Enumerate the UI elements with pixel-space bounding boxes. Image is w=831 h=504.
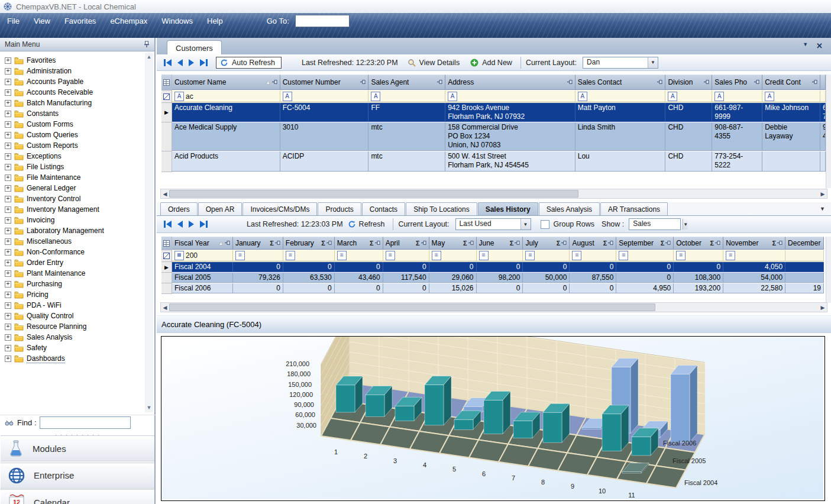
- sigma-icon[interactable]: Σ: [510, 240, 514, 247]
- expand-icon[interactable]: +: [5, 238, 11, 245]
- sigma-icon[interactable]: Σ: [321, 240, 325, 247]
- customers-hscrollbar[interactable]: ◀ ▶: [160, 189, 827, 199]
- hscroll2-right-icon[interactable]: ▶: [819, 305, 827, 311]
- pin-column-icon[interactable]: [754, 79, 759, 85]
- filter-cell-division[interactable]: A: [665, 91, 712, 102]
- tree-item-administration[interactable]: +Administration: [0, 66, 145, 76]
- column-header-sales-contact[interactable]: Sales Contact: [575, 75, 666, 90]
- filter-cell-credit-cont[interactable]: A: [762, 91, 820, 102]
- group-rows-checkbox[interactable]: [541, 220, 549, 229]
- goto-input[interactable]: [295, 15, 350, 27]
- column-header-august[interactable]: AugustΣ: [570, 237, 616, 250]
- expand-icon[interactable]: +: [5, 260, 11, 266]
- pin-column-icon[interactable]: [608, 240, 613, 245]
- expand-icon[interactable]: +: [5, 345, 11, 351]
- pin-column-icon[interactable]: [272, 79, 277, 85]
- column-header-cut[interactable]: [820, 75, 826, 90]
- expand-icon[interactable]: +: [5, 121, 11, 128]
- menu-echempax[interactable]: eChempax: [103, 14, 154, 28]
- tab-customers[interactable]: Customers: [167, 40, 222, 55]
- tree-item-general-ledger[interactable]: +General Ledger: [0, 183, 145, 193]
- expand-icon[interactable]: +: [5, 185, 11, 192]
- equals-filter-icon[interactable]: =: [432, 251, 441, 260]
- sigma-icon[interactable]: Σ: [463, 240, 467, 247]
- menu-help[interactable]: Help: [200, 14, 230, 28]
- tree-item-sales-analysis[interactable]: +Sales Analysis: [0, 332, 145, 343]
- column-header-june[interactable]: JuneΣ: [477, 237, 523, 250]
- pin-column-icon[interactable]: [360, 79, 366, 85]
- sales-corner-cell[interactable]: [161, 237, 172, 250]
- pin-column-icon[interactable]: [812, 79, 817, 85]
- text-filter-icon[interactable]: A: [283, 92, 292, 101]
- equals-filter-icon[interactable]: =: [572, 251, 581, 260]
- auto-refresh-button[interactable]: Auto Refresh: [216, 57, 282, 69]
- filter-cell-july[interactable]: =: [523, 250, 570, 261]
- tree-item-file-listings[interactable]: +File Listings: [0, 161, 145, 172]
- text-filter-icon[interactable]: A: [448, 92, 457, 101]
- expand-icon[interactable]: +: [5, 164, 11, 170]
- subtab-open-ar[interactable]: Open AR: [198, 202, 242, 215]
- subtab-ship-to-locations[interactable]: Ship To Locations: [406, 202, 477, 215]
- hscroll-right-icon[interactable]: ▶: [819, 191, 827, 197]
- show-combo[interactable]: Sales ▼: [629, 218, 681, 230]
- expand-icon[interactable]: +: [5, 175, 11, 181]
- column-header-april[interactable]: AprilΣ: [383, 237, 429, 250]
- column-header-may[interactable]: MayΣ: [429, 237, 477, 250]
- tree-item-inventory-management[interactable]: +Inventory Management: [0, 204, 145, 215]
- subtab-products[interactable]: Products: [318, 202, 361, 215]
- filter-indicator-cell[interactable]: [161, 91, 172, 103]
- hscroll-left-icon[interactable]: ◀: [161, 191, 169, 197]
- show-combo-arrow-icon[interactable]: ▼: [683, 219, 688, 230]
- hscroll-thumb[interactable]: [169, 190, 578, 198]
- filter-cell-customer-number[interactable]: A: [280, 91, 369, 102]
- scroll-down-icon[interactable]: ▼: [145, 403, 153, 412]
- expand-icon[interactable]: +: [5, 356, 11, 362]
- equals-filter-icon[interactable]: =: [386, 251, 395, 260]
- pin-column-icon[interactable]: [567, 79, 573, 85]
- subtab-sales-analysis[interactable]: Sales Analysis: [539, 202, 600, 215]
- text-filter-icon[interactable]: A: [668, 92, 677, 101]
- customers-corner-cell[interactable]: [161, 75, 172, 91]
- tree-item-batch-manufacturing[interactable]: +Batch Manufacturing: [0, 98, 145, 108]
- menu-file[interactable]: File: [0, 14, 27, 28]
- expand-icon[interactable]: +: [5, 324, 11, 330]
- row-indicator[interactable]: [161, 273, 172, 283]
- text-filter-icon[interactable]: A: [765, 92, 774, 101]
- menu-favorites[interactable]: Favorites: [57, 14, 103, 28]
- hscroll2-thumb[interactable]: [169, 303, 655, 311]
- filter-cell-sales-pho[interactable]: A: [712, 91, 762, 102]
- equals-filter-icon[interactable]: =: [619, 251, 628, 260]
- filter-cell-customer-name[interactable]: Aac: [172, 91, 280, 102]
- tree-item-invoicing[interactable]: +Invoicing: [0, 215, 145, 225]
- first-record-button-2[interactable]: [164, 221, 172, 228]
- equals-filter-icon[interactable]: =: [286, 251, 295, 260]
- tree-item-exceptions[interactable]: +Exceptions: [0, 151, 145, 161]
- column-header-address[interactable]: Address: [445, 75, 575, 90]
- column-header-december[interactable]: December: [785, 237, 824, 250]
- column-header-customer-number[interactable]: Customer Number: [280, 75, 369, 90]
- tree-item-laboratory-management[interactable]: +Laboratory Management: [0, 225, 145, 236]
- column-header-fiscal-year[interactable]: Fiscal Year▲: [172, 237, 233, 250]
- filter-cell-sales-contact[interactable]: A: [575, 91, 666, 102]
- layout-combo-arrow-icon[interactable]: ▼: [648, 57, 658, 68]
- expand-icon[interactable]: +: [5, 153, 11, 160]
- column-header-july[interactable]: JulyΣ: [523, 237, 570, 250]
- layout-combo[interactable]: Dan ▼: [583, 57, 658, 69]
- row-indicator[interactable]: [161, 283, 172, 294]
- refresh-button[interactable]: Refresh: [359, 220, 385, 228]
- filter-cell-february[interactable]: =: [283, 250, 335, 261]
- pin-column-icon[interactable]: [225, 240, 230, 245]
- equals-filter-icon[interactable]: =: [676, 251, 686, 260]
- expand-icon[interactable]: +: [5, 206, 11, 213]
- column-header-credit-cont[interactable]: Credit Cont: [762, 75, 820, 90]
- column-header-february[interactable]: FebruaryΣ: [283, 237, 335, 250]
- pin-column-icon[interactable]: [665, 240, 671, 245]
- pin-column-icon[interactable]: [468, 240, 474, 245]
- subtab-contacts[interactable]: Contacts: [362, 202, 405, 215]
- tree-item-dashboards[interactable]: +Dashboards: [0, 353, 145, 364]
- equals-filter-icon[interactable]: =: [525, 251, 535, 260]
- text-filter-icon[interactable]: A: [714, 92, 724, 101]
- add-new-button[interactable]: Add New: [482, 59, 512, 67]
- tree-item-accounts-receivable[interactable]: +Accounts Receivable: [0, 87, 145, 98]
- text-filter-icon[interactable]: A: [174, 92, 184, 101]
